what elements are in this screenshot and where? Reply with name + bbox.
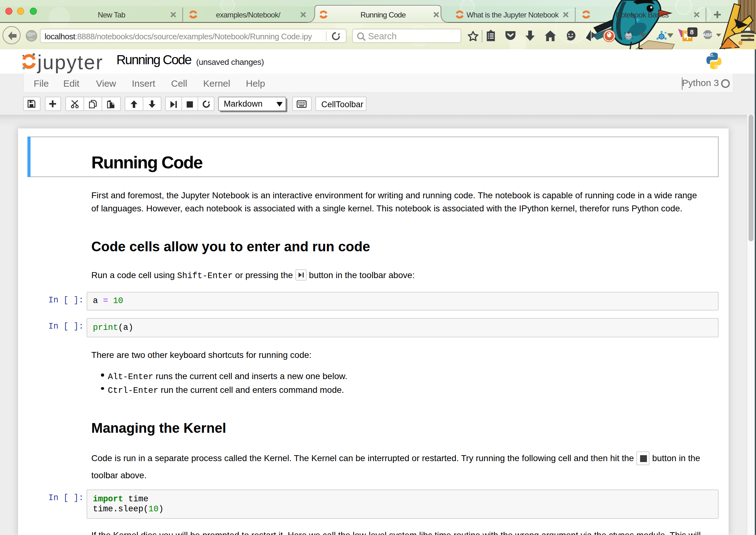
svg-text:ABP: ABP	[703, 32, 713, 38]
